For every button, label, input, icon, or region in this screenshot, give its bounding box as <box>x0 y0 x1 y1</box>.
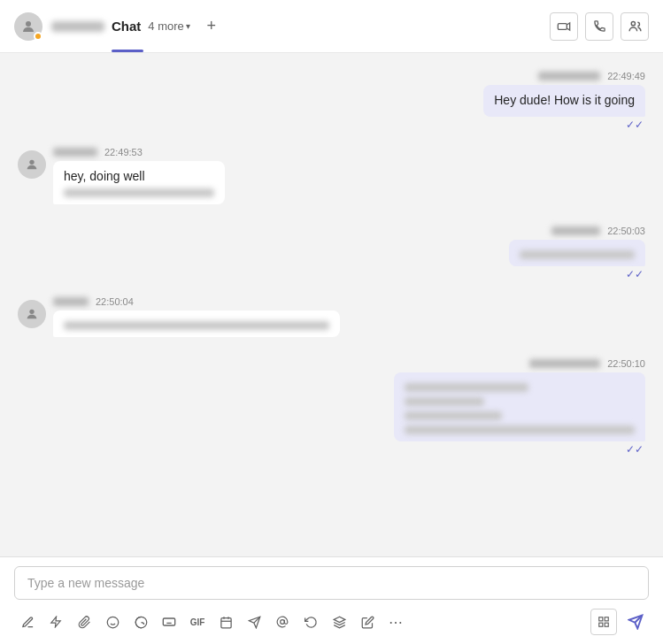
blurred-content <box>405 411 502 420</box>
message-group-incoming-4: 22:50:04 <box>18 296 645 337</box>
sender-name-blur <box>53 148 97 157</box>
svg-point-0 <box>26 21 31 27</box>
message-time: 22:50:04 <box>96 296 134 307</box>
incoming-content: 22:50:04 <box>53 296 340 337</box>
header-actions <box>550 12 649 41</box>
svg-rect-10 <box>163 618 174 625</box>
svg-point-17 <box>281 620 285 625</box>
message-bubble <box>509 240 645 266</box>
svg-rect-11 <box>220 617 230 627</box>
chat-area: 22:49:49 Hey dude! How is it going ✓✓ 22… <box>0 53 663 556</box>
chat-tab-label: Chat <box>112 19 141 34</box>
schedule-icon[interactable] <box>212 609 239 635</box>
read-check-icon: ✓✓ <box>626 119 644 131</box>
svg-rect-20 <box>605 617 608 621</box>
note-icon[interactable] <box>354 609 381 635</box>
input-placeholder: Type a new message <box>27 576 144 590</box>
format-icon[interactable] <box>14 609 41 635</box>
message-group-outgoing-5: 22:50:10 ✓✓ <box>18 358 645 457</box>
sticker-icon[interactable] <box>127 609 154 635</box>
svg-rect-19 <box>599 617 603 621</box>
loop-icon[interactable] <box>297 609 324 635</box>
message-bubble <box>394 372 645 441</box>
emoji-icon[interactable] <box>99 609 126 635</box>
read-check-icon: ✓✓ <box>626 268 644 280</box>
gif-icon[interactable]: GIF <box>184 609 211 635</box>
message-time: 22:50:10 <box>607 358 645 369</box>
svg-point-2 <box>631 22 635 26</box>
message-bubble: hey, doing well <box>53 161 225 205</box>
status-badge <box>34 32 42 41</box>
svg-rect-22 <box>599 623 603 626</box>
input-area: Type a new message GIF <box>0 556 663 644</box>
svg-rect-1 <box>558 23 567 29</box>
message-group-incoming-2: 22:49:53 hey, doing well <box>18 147 645 205</box>
tab-indicator <box>112 50 143 52</box>
message-group-outgoing-1: 22:49:49 Hey dude! How is it going ✓✓ <box>18 71 645 133</box>
attach-icon[interactable] <box>71 609 97 635</box>
participants-button[interactable] <box>621 12 649 41</box>
svg-rect-21 <box>605 623 608 626</box>
send-alt-icon[interactable] <box>241 609 267 635</box>
send-button[interactable] <box>622 609 649 635</box>
contact-avatar <box>18 150 46 179</box>
message-time: 22:50:03 <box>607 226 645 236</box>
blurred-content <box>405 397 484 406</box>
phone-call-button[interactable] <box>585 12 613 41</box>
message-bubble: Hey dude! How is it going <box>483 85 645 117</box>
sender-name-blur <box>529 359 600 368</box>
blurred-content <box>64 188 214 197</box>
svg-point-6 <box>107 617 119 628</box>
video-call-button[interactable] <box>550 12 578 41</box>
contact-avatar <box>18 300 46 328</box>
sender-name-blur <box>551 226 600 235</box>
chat-tab-wrap[interactable]: Chat <box>112 0 148 52</box>
chevron-down-icon: ▾ <box>186 21 190 31</box>
avatar <box>14 12 42 41</box>
message-time: 22:49:49 <box>607 71 645 81</box>
svg-point-4 <box>29 310 34 314</box>
svg-marker-5 <box>51 617 61 627</box>
sender-name-blur <box>538 72 600 80</box>
read-check-icon: ✓✓ <box>626 443 644 456</box>
svg-point-3 <box>29 159 34 164</box>
message-bubble <box>53 310 340 337</box>
incoming-content: 22:49:53 hey, doing well <box>53 147 225 205</box>
person-icon[interactable] <box>269 609 296 635</box>
message-time: 22:49:53 <box>104 147 143 157</box>
blurred-content <box>520 250 635 259</box>
more-options-icon[interactable]: ⋯ <box>382 609 409 635</box>
contact-name-blur <box>51 21 104 32</box>
svg-marker-18 <box>334 617 345 622</box>
attachment-button[interactable] <box>590 609 617 635</box>
blurred-content <box>405 383 528 392</box>
sender-name-blur <box>53 297 89 306</box>
message-input[interactable]: Type a new message <box>14 566 649 600</box>
header: Chat 4 more ▾ + <box>0 0 663 53</box>
toolbar: GIF ⋯ <box>14 609 649 635</box>
message-group-outgoing-3: 22:50:03 ✓✓ <box>18 226 645 282</box>
blurred-content <box>64 321 329 330</box>
add-tab-button[interactable]: + <box>201 16 222 37</box>
layers-icon[interactable] <box>326 609 352 635</box>
blurred-content <box>405 426 635 434</box>
lightning-icon[interactable] <box>42 609 69 635</box>
keyboard-icon[interactable] <box>156 609 182 635</box>
more-tabs-button[interactable]: 4 more ▾ <box>148 19 189 33</box>
